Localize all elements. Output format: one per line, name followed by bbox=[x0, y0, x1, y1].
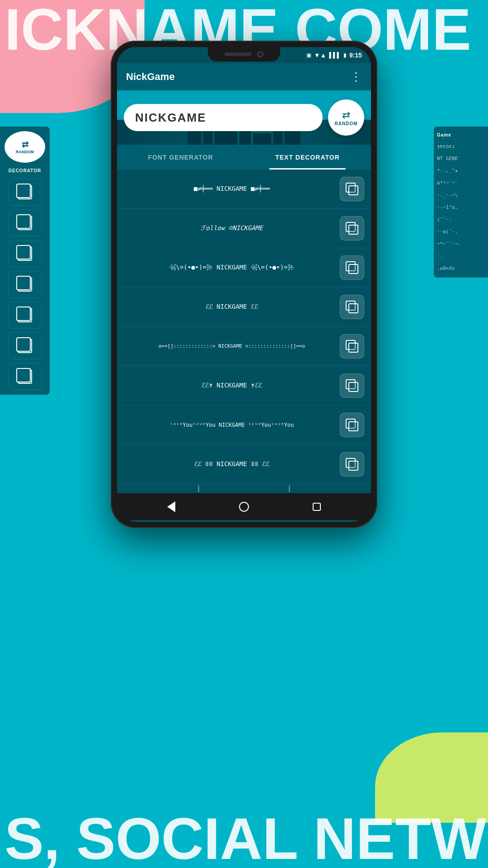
copy-icon-front-8 bbox=[348, 461, 358, 471]
input-area: ⇄ RANDOM bbox=[117, 90, 371, 145]
side-right-text-1: ɟɐεɲεɾ bbox=[436, 142, 486, 151]
nav-square-icon bbox=[313, 503, 321, 511]
copy-icon-front-4 bbox=[348, 303, 358, 313]
copy-icon-6 bbox=[346, 379, 358, 392]
deco-item-1: ■≠╪══ NICKGAME ■≠╪══ bbox=[117, 170, 371, 209]
phone-outer: ▣ ▼▲ ▌▌▌ ▮ 9:15 NickGame ⋮ bbox=[111, 41, 377, 528]
deco-item-7: ˡᵒᵛᵉYouˡᵒᵛᵉYou NICKGAME ˡᵒᵛᵉYouˡᵒᵛᵉYou bbox=[117, 406, 371, 445]
deco-text-4: ℰℰ NICKGAME ℰℰ bbox=[124, 302, 340, 311]
deco-item-5: o==[]:::::::::::::> NICKGAME <::::::::::… bbox=[117, 327, 371, 366]
side-copy-btn-3[interactable] bbox=[8, 240, 42, 267]
copy-btn-3[interactable] bbox=[340, 255, 364, 280]
copy-icon-8 bbox=[346, 458, 358, 471]
nav-back-button[interactable] bbox=[164, 500, 178, 514]
side-copy-btn-7[interactable] bbox=[8, 363, 42, 390]
side-right-text-6: ·-~1°α. bbox=[436, 203, 486, 212]
tab-text-decorator[interactable]: TEXT DECORATOR bbox=[244, 145, 371, 170]
nav-line-2 bbox=[289, 485, 290, 492]
copy-icon-front-3 bbox=[348, 264, 358, 274]
tab-font-generator-label: FONT GENERATOR bbox=[148, 154, 213, 161]
bottom-nav bbox=[117, 493, 371, 520]
side-copy-btn-2[interactable] bbox=[8, 209, 42, 236]
phone-speaker bbox=[225, 52, 252, 56]
deco-item-6: ℰℰ✝ NICKGAME ✝ℰℰ bbox=[117, 366, 371, 406]
phone-notch bbox=[208, 47, 280, 61]
deco-item-8: ℰℰ ʬʬ NICKGAME ʬʬ ℰℰ bbox=[117, 445, 371, 484]
side-decorator-label: DECORATOR bbox=[9, 166, 42, 175]
copy-icon-3 bbox=[346, 261, 358, 274]
copy-icon-front-7 bbox=[348, 421, 358, 431]
deco-text-8: ℰℰ ʬʬ NICKGAME ʬʬ ℰℰ bbox=[124, 460, 340, 469]
side-copy-btn-4[interactable] bbox=[8, 271, 42, 298]
battery-icon: ▮ bbox=[343, 52, 347, 58]
status-icons: ▣ ▼▲ ▌▌▌ ▮ 9:15 bbox=[306, 52, 362, 59]
side-copy-btn-5[interactable] bbox=[8, 302, 42, 329]
phone-camera bbox=[257, 51, 263, 57]
side-copy-btn-6[interactable] bbox=[8, 332, 42, 359]
side-right-text-3: *·.,¸°★ bbox=[436, 166, 486, 175]
tab-text-decorator-label: TEXT DECORATOR bbox=[275, 154, 340, 161]
deco-text-2: ℱollow ☺NICKGAME bbox=[124, 224, 340, 233]
decorated-list: ■≠╪══ NICKGAME ■≠╪══ ℱollow ☺NICKGAME bbox=[117, 170, 371, 484]
deco-text-1: ■≠╪══ NICKGAME ■≠╪══ bbox=[124, 184, 340, 193]
side-right-text-8: ··α(¨·. bbox=[436, 227, 486, 236]
phone-wrapper: ▣ ▼▲ ▌▌▌ ▮ 9:15 NickGame ⋮ bbox=[111, 41, 377, 528]
side-random-button[interactable]: ⇄ RANDOM bbox=[5, 131, 45, 163]
random-label: RANDOM bbox=[335, 121, 358, 126]
tab-font-generator[interactable]: FONT GENERATOR bbox=[117, 145, 244, 170]
copy-icon-front-5 bbox=[348, 343, 358, 353]
copy-btn-8[interactable] bbox=[340, 452, 364, 476]
time-text: 9:15 bbox=[349, 52, 362, 59]
copy-btn-5[interactable] bbox=[340, 334, 364, 359]
deco-item-4: ℰℰ NICKGAME ℰℰ bbox=[117, 288, 371, 327]
bg-text-bottom: S, SOCIAL NETW bbox=[0, 809, 488, 868]
notification-icon: ▣ bbox=[306, 52, 311, 58]
nav-recents-button[interactable] bbox=[310, 500, 324, 514]
copy-btn-2[interactable] bbox=[340, 216, 364, 241]
nav-home-button[interactable] bbox=[237, 500, 251, 514]
deco-text-3: ꧁\=(•●•)=꧂ NICKGAME ꧁\=(•●•)=꧂ bbox=[124, 263, 340, 272]
deco-item-2: ℱollow ☺NICKGAME bbox=[117, 209, 371, 248]
deco-text-5: o==[]:::::::::::::> NICKGAME <::::::::::… bbox=[124, 343, 340, 349]
side-right-text-7: (¯¨·. bbox=[436, 215, 486, 224]
menu-dots-button[interactable]: ⋮ bbox=[350, 70, 362, 84]
side-right-app-title: Game bbox=[436, 131, 486, 139]
copy-icon-2 bbox=[346, 222, 358, 235]
random-icon: ⇄ bbox=[342, 109, 350, 121]
copy-icon-5 bbox=[346, 340, 358, 353]
nickname-input[interactable] bbox=[124, 104, 323, 131]
nav-home-icon bbox=[239, 502, 249, 512]
side-right-text-2: NT GENE bbox=[436, 154, 486, 163]
deco-text-6: ℰℰ✝ NICKGAME ✝ℰℰ bbox=[124, 381, 340, 390]
side-right-text-5: ·._·-~\ bbox=[436, 190, 486, 200]
side-panel-left: ⇄ RANDOM DECORATOR bbox=[0, 127, 50, 395]
copy-icon-1 bbox=[346, 183, 358, 195]
copy-btn-6[interactable] bbox=[340, 373, 364, 398]
copy-icon-front-1 bbox=[348, 185, 358, 195]
signal-icon: ▌▌▌ bbox=[329, 52, 341, 58]
nav-back-icon bbox=[167, 501, 175, 512]
app-bar: NickGame ⋮ bbox=[117, 63, 371, 90]
wifi-icon: ▼▲ bbox=[314, 52, 327, 59]
copy-btn-4[interactable] bbox=[340, 295, 364, 319]
side-right-text-9: ~*~¨¯·~. bbox=[436, 239, 486, 249]
nav-line-bar bbox=[117, 484, 371, 493]
copy-icon-front-6 bbox=[348, 382, 358, 392]
app-title: NickGame bbox=[126, 71, 175, 83]
copy-icon-front-2 bbox=[348, 225, 358, 235]
phone-screen: ▣ ▼▲ ▌▌▌ ▮ 9:15 NickGame ⋮ bbox=[117, 47, 371, 522]
copy-btn-1[interactable] bbox=[340, 177, 364, 201]
copy-icon-4 bbox=[346, 301, 358, 313]
side-right-text-10: ·. bbox=[436, 251, 486, 261]
copy-btn-7[interactable] bbox=[340, 413, 364, 437]
side-right-text-11: .o0×Xx bbox=[436, 264, 486, 273]
deco-item-3: ꧁\=(•●•)=꧂ NICKGAME ꧁\=(•●•)=꧂ bbox=[117, 248, 371, 288]
side-right-text-4: α*!~`~` bbox=[436, 178, 486, 188]
side-random-label: RANDOM bbox=[16, 150, 34, 154]
deco-text-7: ˡᵒᵛᵉYouˡᵒᵛᵉYou NICKGAME ˡᵒᵛᵉYouˡᵒᵛᵉYou bbox=[124, 421, 340, 429]
nav-line-1 bbox=[198, 485, 199, 492]
side-panel-right: Game ɟɐεɲεɾ NT GENE *·.,¸°★ α*!~`~` ·._·… bbox=[434, 127, 488, 278]
copy-icon-7 bbox=[346, 419, 358, 431]
side-copy-btn-1[interactable] bbox=[8, 179, 42, 206]
random-button[interactable]: ⇄ RANDOM bbox=[328, 99, 364, 136]
